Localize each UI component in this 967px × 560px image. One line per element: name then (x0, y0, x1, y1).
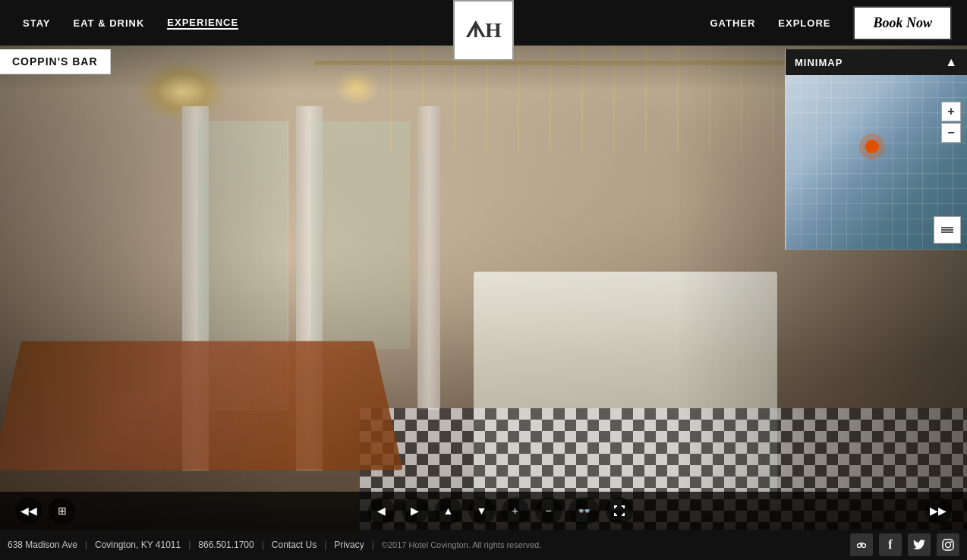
facebook-letter: f (888, 538, 892, 552)
facebook-icon[interactable]: f (879, 533, 902, 556)
fullscreen-icon (613, 505, 625, 517)
nav-links-left: STAY EAT & DRINK EXPERIENCE (8, 17, 238, 30)
footer-sep-4: | (324, 540, 326, 550)
logo-monogram: ᗑH (465, 18, 502, 43)
svg-point-5 (861, 543, 862, 545)
controls-right: ▶▶ (924, 497, 952, 524)
pan-right-button[interactable]: ▶ (402, 497, 429, 524)
vr-button[interactable]: 👓 (569, 497, 600, 524)
nav-explore[interactable]: EXPLORE (778, 17, 830, 29)
minimap-collapse-icon[interactable]: ▲ (945, 55, 958, 69)
minimap-header: MINIMAP ▲ (786, 49, 967, 75)
footer-sep-2: | (188, 540, 191, 550)
footer-address: 638 Madison Ave (8, 540, 77, 550)
zoom-out-button[interactable]: − (535, 497, 562, 524)
footer-info: 638 Madison Ave | Covington, KY 41011 | … (8, 540, 541, 550)
footer-contact-link[interactable]: Contact Us (272, 540, 317, 550)
tilt-down-button[interactable]: ▼ (468, 497, 496, 524)
svg-rect-6 (943, 540, 953, 550)
svg-point-8 (950, 541, 952, 543)
location-badge-text: COPPIN'S BAR (12, 55, 98, 68)
grid-view-button[interactable]: ⊞ (49, 497, 76, 524)
controls-left: ◀◀ ⊞ (15, 497, 76, 524)
controls-center: ◀ ▶ ▲ ▼ + − 👓 (368, 497, 633, 524)
nav-gather[interactable]: GATHER (710, 17, 755, 29)
minimap-zoom-in[interactable]: + (941, 102, 961, 121)
tilt-up-button[interactable]: ▲ (435, 497, 462, 524)
top-navigation: STAY EAT & DRINK EXPERIENCE ᗑH GATHER EX… (0, 0, 967, 46)
svg-point-7 (946, 543, 951, 548)
fullscreen-button[interactable] (606, 497, 633, 524)
location-badge: COPPIN'S BAR (0, 49, 111, 74)
footer-copyright: ©2017 Hotel Covington. All rights reserv… (382, 540, 542, 549)
instagram-icon[interactable] (937, 533, 959, 556)
minimap-title: MINIMAP (795, 57, 843, 68)
minimap-layers-button[interactable] (934, 216, 961, 244)
nav-stay[interactable]: STAY (23, 17, 51, 29)
svg-rect-1 (941, 229, 953, 231)
minimap-location-dot (865, 140, 879, 153)
footer-phone: 866.501.1700 (198, 540, 254, 550)
minimap-zoom-controls: + − (941, 102, 961, 143)
footer-city: Covington, KY 41011 (95, 540, 181, 550)
footer-sep-1: | (85, 540, 87, 550)
nav-experience[interactable]: EXPERIENCE (167, 17, 238, 30)
layers-icon (940, 222, 955, 238)
zoom-in-button[interactable]: + (502, 497, 529, 524)
nav-links-right: GATHER EXPLORE Book Now (695, 6, 959, 40)
pan-left-button[interactable]: ◀ (368, 497, 395, 524)
minimap-body[interactable]: + − (786, 75, 967, 250)
vr-icon: 👓 (578, 505, 591, 517)
footer-social: f (850, 533, 959, 556)
minimap-panel: MINIMAP ▲ + − (785, 49, 967, 250)
nav-eat-drink[interactable]: EAT & DRINK (74, 17, 145, 29)
svg-rect-0 (941, 227, 953, 228)
next-scene-button[interactable]: ▶▶ (924, 497, 952, 524)
prev-scene-button[interactable]: ◀◀ (15, 497, 43, 524)
footer-bar: 638 Madison Ave | Covington, KY 41011 | … (0, 530, 967, 560)
svg-rect-2 (941, 231, 953, 233)
tripadvisor-icon[interactable] (850, 533, 873, 556)
footer-privacy-link[interactable]: Privacy (334, 540, 364, 550)
footer-sep-3: | (262, 540, 264, 550)
minimap-zoom-out[interactable]: − (941, 123, 961, 143)
twitter-icon[interactable] (908, 533, 931, 556)
logo[interactable]: ᗑH (453, 0, 514, 61)
footer-sep-5: | (372, 540, 374, 550)
book-now-button[interactable]: Book Now (853, 6, 952, 40)
controls-bar: ◀◀ ⊞ ◀ ▶ ▲ ▼ + − 👓 ▶▶ (0, 492, 967, 530)
